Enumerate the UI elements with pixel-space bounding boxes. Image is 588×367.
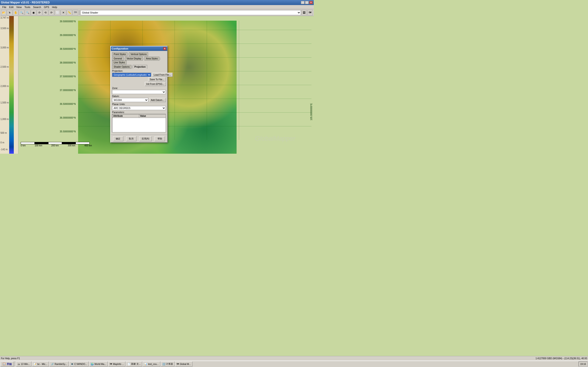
- coord-label-3: 38.00000000°N: [60, 61, 76, 64]
- menu-gps[interactable]: GPS: [43, 6, 51, 9]
- scale-label-9: -142 m: [0, 148, 8, 151]
- tab-area-styles[interactable]: Area Styles: [145, 57, 159, 60]
- menu-search[interactable]: Search: [32, 6, 43, 9]
- scale-200: 200 km: [51, 144, 59, 147]
- scale-seg-5: [76, 142, 89, 144]
- grid-line-v3: [174, 21, 175, 140]
- datum-label: Datum:: [112, 95, 166, 98]
- scale-400: 400 km: [84, 144, 92, 147]
- save-to-file-button[interactable]: Save To File...: [148, 77, 166, 81]
- save-row: Save To File...: [112, 77, 166, 81]
- dialog-tab-row-3: Shader Options | Projection: [112, 65, 166, 69]
- open-button[interactable]: 📂: [1, 10, 6, 15]
- scale-seg-3: [48, 142, 62, 144]
- color-scale-bar: [9, 16, 14, 154]
- params-body: [112, 118, 166, 132]
- dialog-close-button[interactable]: ✕: [163, 47, 166, 50]
- dialog-title: Configuration: [112, 47, 128, 50]
- add-datum-button[interactable]: Add Datum...: [149, 98, 166, 102]
- tool-7[interactable]: ⟲: [43, 10, 48, 15]
- scale-label-1: 3,500 m: [0, 27, 9, 30]
- zone-label: Zone:: [112, 87, 166, 90]
- toolbar-sep-1: [79, 10, 79, 15]
- coord-label-5: 37.00000000°N: [60, 89, 76, 92]
- tool-6[interactable]: ⟳: [37, 10, 42, 15]
- scale-100: 100 km: [35, 144, 42, 147]
- scale-label-2: 3,000 m: [0, 46, 9, 49]
- menu-view[interactable]: View: [15, 6, 23, 9]
- init-from-epsg-button[interactable]: Init From EPSG...: [145, 82, 166, 86]
- cancel-button[interactable]: 取消: [126, 136, 137, 141]
- tool-8[interactable]: ⟳: [49, 10, 54, 15]
- params-header: Attribute Value: [112, 114, 166, 118]
- menu-file[interactable]: File: [1, 6, 8, 9]
- help-button[interactable]: 帮助: [155, 136, 165, 141]
- projection-row: Geographic (Latitude/Longitude)UTMMercat…: [112, 73, 166, 77]
- coord-label-0: 39.50000000°N: [60, 20, 76, 23]
- dialog-tab-row-2: General | Vector Display | Area Styles |…: [112, 57, 166, 65]
- projection-label: Projection:: [112, 70, 166, 72]
- tool-img-2[interactable]: 🗺: [307, 10, 313, 15]
- maximize-button[interactable]: □: [305, 1, 309, 4]
- menu-help[interactable]: Help: [51, 6, 59, 9]
- scale-label-7: 500 m: [0, 132, 7, 134]
- planar-units-select[interactable]: ARC DEGREES: [112, 106, 166, 110]
- planar-units-label: Planar Units:: [112, 103, 166, 106]
- tool-12[interactable]: 🏁: [73, 10, 78, 15]
- scale-bar-bottom: 0 km 100 km 200 km 300 km 400 km: [21, 142, 92, 147]
- watermark: GlobalMapper: [255, 135, 295, 142]
- tab-general[interactable]: General: [112, 57, 124, 60]
- toolbar: 📂 🖱 ✋ 🔍 🔍 ◉ ⟳ ⟲ ⟳ ⬜ ✕ 📏 🏁 Global ShaderA…: [0, 9, 314, 16]
- tab-line-styles[interactable]: Line Styles: [112, 60, 127, 65]
- tool-5[interactable]: ◉: [31, 10, 36, 15]
- tab-vertical-options[interactable]: Vertical Options: [129, 52, 148, 56]
- coord-label-1: 39.00000000°N: [60, 34, 76, 36]
- minimize-button[interactable]: ─: [301, 1, 304, 4]
- grid-line-v5: [239, 21, 239, 140]
- coord-label-8: 35.50000000°N: [60, 130, 76, 133]
- apply-button[interactable]: 应用(A): [139, 136, 152, 141]
- scale-seg-4: [62, 142, 76, 144]
- scale-label-6: 1,000 m: [0, 118, 9, 120]
- tool-2[interactable]: ✋: [13, 10, 18, 15]
- tool-img-1[interactable]: 🖼: [301, 10, 307, 15]
- coord-label-2: 38.50000000°N: [60, 48, 76, 50]
- color-scale-panel: 3,747 m 3,500 m 3,000 m 2,500 m 2,000 m …: [0, 16, 18, 154]
- coord-label-6: 36.50000000°N: [60, 103, 76, 105]
- scale-0: 0 km: [21, 144, 26, 147]
- projection-select[interactable]: Geographic (Latitude/Longitude)UTMMercat…: [112, 73, 151, 77]
- ok-button[interactable]: 确定: [113, 136, 123, 141]
- scale-label-3: 2,500 m: [0, 66, 9, 68]
- dialog-title-bar: Configuration ✕: [111, 46, 167, 51]
- tool-9[interactable]: ⬜: [55, 10, 60, 15]
- scale-label-4: 2,000 m: [0, 85, 9, 87]
- tool-10[interactable]: ✕: [61, 10, 66, 15]
- tool-3[interactable]: 🔍: [19, 10, 24, 15]
- load-from-file-button[interactable]: Load From File...: [152, 73, 173, 77]
- scale-label-5: 1,500 m: [0, 101, 9, 104]
- config-dialog: Configuration ✕ Point Styles | Vertical …: [110, 46, 168, 143]
- grid-line-v4: [207, 21, 207, 140]
- zone-row: [112, 90, 166, 94]
- tab-point-styles[interactable]: Point Styles: [112, 52, 128, 56]
- parameters-table: Attribute Value: [112, 114, 166, 132]
- scale-seg-2: [35, 142, 48, 144]
- grid-line-h1: [78, 30, 311, 30]
- scale-label-top: 3,747 m: [0, 17, 9, 19]
- datum-select[interactable]: WGS84: [112, 98, 148, 102]
- shader-dropdown[interactable]: Global ShaderAtlas ShaderAspect ShaderSl…: [80, 10, 301, 15]
- params-col-value: Value: [139, 114, 166, 118]
- menu-edit[interactable]: Edit: [8, 6, 15, 9]
- tool-11[interactable]: 📏: [67, 10, 72, 15]
- menu-tools[interactable]: Tools: [23, 6, 32, 9]
- tool-4[interactable]: 🔍: [25, 10, 30, 15]
- parameters-label: Parameters:: [112, 111, 166, 114]
- tab-vector-display[interactable]: Vector Display: [125, 57, 143, 60]
- tab-projection[interactable]: Projection: [133, 65, 147, 69]
- datum-row: WGS84 Add Datum...: [112, 98, 166, 102]
- tool-1[interactable]: 🖱: [7, 10, 12, 15]
- close-button[interactable]: ✕: [309, 1, 313, 4]
- zone-select[interactable]: [112, 90, 166, 94]
- tab-shader-options[interactable]: Shader Options: [112, 65, 131, 69]
- app-title: Global Mapper v10.01 - REGISTERED: [1, 1, 50, 4]
